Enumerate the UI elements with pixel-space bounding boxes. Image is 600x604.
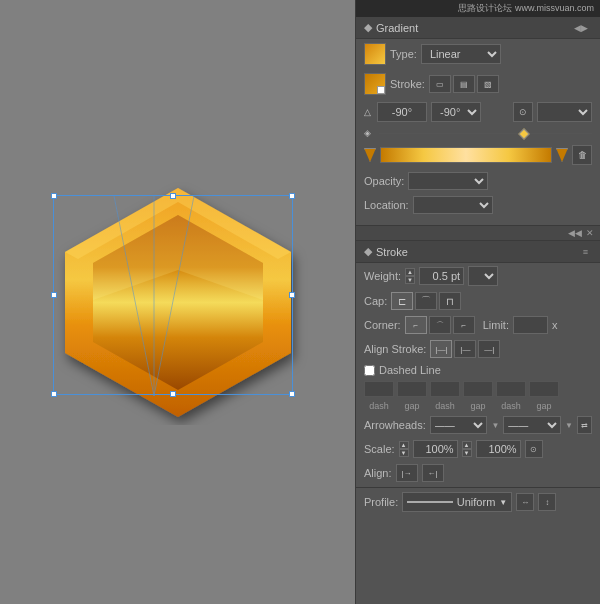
dashed-line-row: Dashed Line [356,361,600,379]
stroke-title: Stroke [376,246,408,258]
angle-select[interactable]: -90° [431,102,481,122]
scale1-down[interactable]: ▼ [399,449,409,457]
opacity-select[interactable] [408,172,488,190]
scale-input-2[interactable] [476,440,521,458]
gradient-collapse-btn[interactable]: ◀▶ [570,23,592,33]
limit-input[interactable] [513,316,548,334]
gradient-title: Gradient [376,22,418,34]
gap-label-2: gap [463,401,493,411]
arrow-dropdown-icon: ▼ [491,421,499,430]
angle-icon: △ [364,107,371,117]
scale2-up[interactable]: ▲ [462,441,472,449]
stroke-icon-3[interactable]: ▧ [477,75,499,93]
arrowhead-start-select[interactable]: —— [430,416,488,434]
dash-label-3: dash [496,401,526,411]
gradient-extra-select[interactable] [537,102,592,122]
gap-input-3[interactable] [529,381,559,397]
collapse-right-icon[interactable]: ✕ [586,228,594,238]
cap-butt-icon[interactable]: ⊏ [391,292,413,310]
align-center-icon[interactable]: |—| [430,340,452,358]
collapse-left-icon[interactable]: ◀◀ [568,228,582,238]
stroke-icon-1[interactable]: ▭ [429,75,451,93]
corner-round-icon[interactable]: ⌒ [429,316,451,334]
gap-label-1: gap [397,401,427,411]
profile-select[interactable]: Uniform ▼ [402,492,512,512]
stroke-arrow-icon: ◆ [364,245,372,258]
align-outside-icon[interactable]: —| [478,340,500,358]
scale-row: Scale: ▲ ▼ ▲ ▼ ⊙ [356,437,600,461]
dash-label-1: dash [364,401,394,411]
align2-label: Align: [364,467,392,479]
stroke-weight-row: Weight: ▲ ▼ pt [356,263,600,289]
dash-input-1[interactable] [364,381,394,397]
location-select[interactable] [413,196,493,214]
stroke-label-grad: Stroke: [390,78,425,90]
gradient-stop-right[interactable] [556,148,568,162]
scale-link-icon[interactable]: ⊙ [525,440,543,458]
dashed-checkbox[interactable] [364,365,375,376]
scale-input-1[interactable] [413,440,458,458]
scale1-up[interactable]: ▲ [399,441,409,449]
gradient-delete-icon[interactable]: 🗑 [572,145,592,165]
corner-miter-icon[interactable]: ⌐ [405,316,427,334]
weight-input[interactable] [419,267,464,285]
gap-label-3: gap [529,401,559,411]
align-row: Align: |→ ←| [356,461,600,485]
align-end-icon[interactable]: ←| [422,464,444,482]
corner-bevel-icon[interactable]: ⌐ [453,316,475,334]
gradient-opacity-row: Opacity: [356,169,600,193]
align-inside-icon[interactable]: |— [454,340,476,358]
gradient-bar-container: 🗑 [364,145,592,165]
limit-label: Limit: [483,319,509,331]
stroke-icons-group: ▭ ▤ ▧ [429,75,499,93]
weight-spinner[interactable]: ▲ ▼ [405,268,415,284]
type-label: Type: [390,48,417,60]
scale2-spinner[interactable]: ▲ ▼ [462,441,472,457]
profile-flip-v-icon[interactable]: ↕ [538,493,556,511]
stroke-header[interactable]: ◆ Stroke ≡ [356,241,600,263]
weight-up-btn[interactable]: ▲ [405,268,415,276]
arrowhead-swap-icon[interactable]: ⇄ [577,416,592,434]
cap-square-icon[interactable]: ⊓ [439,292,461,310]
gradient-options-icon[interactable]: ⊙ [513,102,533,122]
gradient-diamond-marker[interactable] [518,128,529,139]
profile-value: Uniform [457,496,496,508]
gap-input-1[interactable] [397,381,427,397]
gradient-section: ◆ Gradient ◀▶ Type: Linear Radial Stroke… [356,17,600,226]
canvas-area [0,0,355,604]
cap-round-icon[interactable]: ⌒ [415,292,437,310]
scale2-down[interactable]: ▼ [462,449,472,457]
gradient-bar[interactable] [380,147,552,163]
dash-inputs-row [356,379,600,399]
dash-input-3[interactable] [496,381,526,397]
gradient-color-swatch1[interactable] [364,43,386,65]
arrowheads-row: Arrowheads: —— ▼ —— ▼ ⇄ [356,413,600,437]
dash-input-2[interactable] [430,381,460,397]
stroke-icon-2[interactable]: ▤ [453,75,475,93]
corner-label: Corner: [364,319,401,331]
stroke-corner-row: Corner: ⌐ ⌒ ⌐ Limit: x [356,313,600,337]
cap-label: Cap: [364,295,387,307]
corner-icons: ⌐ ⌒ ⌐ [405,316,475,334]
angle-input[interactable] [377,102,427,122]
weight-down-btn[interactable]: ▼ [405,276,415,284]
arrowhead-end-select[interactable]: —— [503,416,561,434]
gradient-stroke-row: Stroke: ▭ ▤ ▧ [356,69,600,99]
gradient-arrow-icon: ◆ [364,21,372,34]
gradient-color-swatch2[interactable] [364,73,386,95]
gradient-stop-left[interactable] [364,148,376,162]
stroke-collapse-btn[interactable]: ≡ [579,247,592,257]
weight-unit-select[interactable]: pt [468,266,498,286]
scale1-spinner[interactable]: ▲ ▼ [399,441,409,457]
gradient-type-select[interactable]: Linear Radial [421,44,501,64]
profile-label: Profile: [364,496,398,508]
gradient-angle-row: △ -90° ⊙ [356,99,600,125]
profile-flip-h-icon[interactable]: ↔ [516,493,534,511]
gap-input-2[interactable] [463,381,493,397]
align-start-icon[interactable]: |→ [396,464,418,482]
gradient-marker-icon: ◈ [364,128,371,138]
gradient-header[interactable]: ◆ Gradient ◀▶ [356,17,600,39]
profile-row: Profile: Uniform ▼ ↔ ↕ [356,487,600,516]
cap-icons: ⊏ ⌒ ⊓ [391,292,461,310]
align-stroke-row: Align Stroke: |—| |— —| [356,337,600,361]
